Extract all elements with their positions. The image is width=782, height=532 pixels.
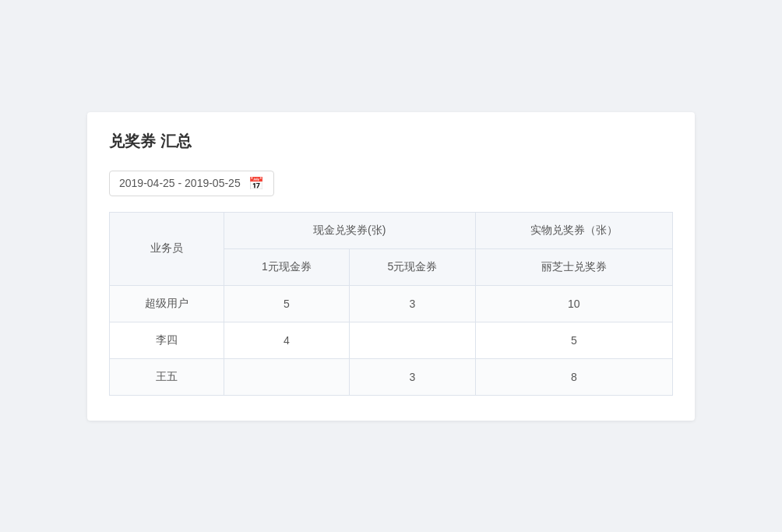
col-header-cash-group: 现金兑奖券(张) <box>224 212 475 248</box>
cell-5yuan: 3 <box>350 358 476 395</box>
date-picker[interactable]: 2019-04-25 - 2019-05-25 📅 <box>109 171 274 196</box>
cell-lizhi: 10 <box>475 285 672 322</box>
table-row: 王五38 <box>110 358 673 395</box>
main-card: 兑奖券 汇总 2019-04-25 - 2019-05-25 📅 业务员 现金兑… <box>87 112 695 421</box>
cell-lizhi: 5 <box>475 322 672 358</box>
cell-5yuan: 3 <box>350 285 476 322</box>
date-range-text: 2019-04-25 - 2019-05-25 <box>119 177 241 189</box>
table-row: 李四45 <box>110 322 673 358</box>
col-header-1yuan: 1元现金券 <box>224 248 350 285</box>
cell-lizhi: 8 <box>475 358 672 395</box>
cell-1yuan <box>224 358 350 395</box>
col-header-physical-group: 实物兑奖券（张） <box>475 212 672 248</box>
summary-table: 业务员 现金兑奖券(张) 实物兑奖券（张） 1元现金券 5元现金券 丽芝士兑奖券… <box>109 212 673 396</box>
col-header-agent: 业务员 <box>110 212 224 285</box>
col-header-lizhi: 丽芝士兑奖券 <box>475 248 672 285</box>
page-title: 兑奖券 汇总 <box>109 131 673 152</box>
cell-1yuan: 4 <box>224 322 350 358</box>
cell-agent: 超级用户 <box>110 285 224 322</box>
cell-5yuan <box>350 322 476 358</box>
calendar-icon: 📅 <box>248 176 264 191</box>
cell-agent: 李四 <box>110 322 224 358</box>
cell-agent: 王五 <box>110 358 224 395</box>
cell-1yuan: 5 <box>224 285 350 322</box>
col-header-5yuan: 5元现金券 <box>350 248 476 285</box>
table-row: 超级用户5310 <box>110 285 673 322</box>
